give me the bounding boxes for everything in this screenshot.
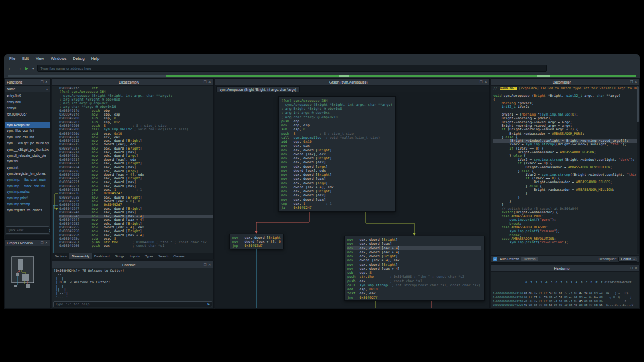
- close-icon[interactable]: ✕: [208, 80, 211, 84]
- tab-search[interactable]: Search: [156, 253, 171, 259]
- graph-node-line[interactable]: ; arg Bright *Bright @ ebp+0x8: [281, 107, 393, 111]
- graph-node-line[interactable]: add esp, 0x10: [281, 140, 393, 144]
- graph-node-line[interactable]: ja 0x8049247: [281, 206, 393, 210]
- seekbar-segment[interactable]: [339, 75, 349, 77]
- seekbar-segment[interactable]: [166, 75, 339, 77]
- disassembly-panel-header[interactable]: Disassembly ❐ ✕: [52, 79, 213, 86]
- hex-row[interactable]: 0x000000000804922045 08 8b 00 8b 55 0c 8…: [493, 303, 638, 307]
- graph-node-line[interactable]: mov dword [edx + 4], eax: [347, 258, 481, 262]
- close-icon[interactable]: ✕: [208, 262, 211, 267]
- function-item[interactable]: sym.dl_relocate_static_pie: [5, 152, 50, 158]
- graph-node-line[interactable]: push str.the ; 0x804a008 ; "the " ; cons…: [347, 275, 481, 279]
- hex-row[interactable]: 0x00000000080491f048 6b fe ff ff 5d 8d 6…: [493, 292, 638, 295]
- graph-node-line[interactable]: push eax ; const char *s1: [347, 279, 481, 283]
- decompiler-scrollbar[interactable]: [637, 86, 639, 254]
- disasm-line[interactable]: 0x08049266 push eax ; const char *s1: [59, 244, 213, 248]
- function-item[interactable]: entry0: [5, 105, 50, 111]
- graph-node-line[interactable]: mov eax, dword [eax]: [281, 177, 393, 181]
- graph-node-line[interactable]: mov eax, dword [Bright]: [281, 189, 393, 193]
- float-icon[interactable]: ❐: [41, 80, 44, 84]
- graph-node-line[interactable]: sub esp, 8: [281, 127, 393, 131]
- decompiler-line[interactable]: // WARNING: [r2ghidra] Failed to match t…: [493, 87, 639, 90]
- menu-windows[interactable]: Windows: [51, 56, 66, 61]
- scrollbar-thumb[interactable]: [637, 86, 639, 122]
- function-item[interactable]: sym._libc_csu_fini: [5, 128, 50, 134]
- graph-node-line[interactable]: jmp 0x80492d7: [232, 244, 281, 248]
- tab-classes[interactable]: Classes: [171, 253, 187, 259]
- functions-panel-header[interactable]: Functions ❐ ✕: [5, 79, 50, 86]
- graph-node-line[interactable]: mov eax, dword [Bright]: [281, 156, 393, 160]
- float-icon[interactable]: ❐: [480, 80, 483, 84]
- function-item[interactable]: sym._libc_csu_init: [5, 134, 50, 140]
- graph-node-line[interactable]: mov eax, dword [eax]: [281, 193, 393, 198]
- float-icon[interactable]: ❐: [204, 262, 207, 267]
- graph-node-line[interactable]: call sym.imp.malloc ; void *malloc(size_…: [281, 136, 393, 140]
- graph-node-line[interactable]: mov eax, dword [eax + 4]: [347, 267, 481, 271]
- function-item[interactable]: sym.deregister_tm_clones: [5, 171, 50, 177]
- graph-node-line[interactable]: add esp, 0x10: [347, 287, 481, 291]
- hex-row[interactable]: 0x0000000008049200f0 ff 71 fc 55 89 e5 5…: [493, 295, 638, 299]
- seekbar-segment[interactable]: [349, 75, 537, 77]
- graph-node-line[interactable]: sub esp, 8: [347, 271, 481, 275]
- graph-node-line[interactable]: call sym.imp.strcmp ; int strcmp(const c…: [347, 283, 481, 287]
- graph-node-line[interactable]: mov edx, dword [argc]: [281, 164, 393, 169]
- console-input[interactable]: [55, 302, 205, 306]
- menu-debug[interactable]: Debug: [73, 56, 85, 61]
- seekbar-segment[interactable]: [537, 75, 550, 77]
- close-icon[interactable]: ✕: [485, 80, 487, 84]
- menu-view[interactable]: View: [36, 56, 44, 61]
- graph-node-line[interactable]: mov eax, dword [eax]: [281, 198, 393, 202]
- console-panel-header[interactable]: Console ❐ ✕: [52, 261, 213, 268]
- tab-strings[interactable]: Strings: [112, 253, 127, 259]
- graph-node-line[interactable]: jne 0x804927f: [347, 295, 481, 300]
- function-item[interactable]: sym.imp.printf: [5, 195, 50, 201]
- decompiler-line[interactable]: int32_t iVar2;: [493, 105, 639, 109]
- graph-node-line[interactable]: mov eax, dword [Bright]: [347, 238, 481, 242]
- float-icon[interactable]: ❐: [630, 266, 633, 270]
- clear-filter-icon[interactable]: x: [49, 228, 51, 232]
- tab-disassembly[interactable]: Disassembly: [69, 253, 92, 259]
- function-item[interactable]: sym.imp.malloc: [5, 189, 50, 195]
- graph-node-line[interactable]: mov dword [eax], ecx: [281, 152, 393, 156]
- function-item[interactable]: sym.fini: [5, 158, 50, 164]
- graph-node-line[interactable]: (fcn) sym.Aeropause 364: [281, 98, 393, 103]
- graph-node-line[interactable]: ; arg int argc @ ebp+0xc: [281, 111, 393, 115]
- function-item[interactable]: sym.Aeropause: [5, 122, 50, 128]
- graph-node-strcmp[interactable]: mov eax, dword [Bright]mov eax, dword [e…: [344, 236, 485, 301]
- graph-canvas[interactable]: (fcn) sym.Aeropause 364 sym.Aeropause (B…: [215, 92, 489, 308]
- graph-node-line[interactable]: mov eax, dword [eax]: [347, 242, 481, 246]
- close-icon[interactable]: ✕: [635, 80, 637, 84]
- graph-node-line[interactable]: mov eax, dword [eax + 4]: [347, 246, 481, 250]
- menu-file[interactable]: File: [9, 56, 15, 61]
- decompiler-line[interactable]: }: [493, 200, 639, 203]
- flag-search-input[interactable]: [40, 67, 544, 70]
- graph-node-line[interactable]: mov eax, dword [eax]: [281, 160, 393, 164]
- graph-node-default[interactable]: mov eax, dword [Bright]mov dword [eax + …: [229, 234, 284, 249]
- graph-node-line[interactable]: mov eax, dword [eax + 4]: [347, 250, 481, 254]
- function-item[interactable]: sym.imp.__stack_chk_fail: [5, 183, 50, 189]
- graph-node-line[interactable]: mov edx, dword [Bright]: [347, 254, 481, 258]
- auto-refresh-checkbox[interactable]: ✓: [493, 257, 497, 261]
- graph-node-line[interactable]: cmp eax, 1 ; 1: [281, 202, 393, 206]
- close-icon[interactable]: ✕: [635, 266, 637, 270]
- function-item[interactable]: entry.fini0: [5, 93, 50, 99]
- graph-node-line[interactable]: mov ecx, eax: [281, 144, 393, 148]
- quick-filter-input[interactable]: [8, 228, 48, 232]
- forward-icon[interactable]: →: [17, 65, 22, 71]
- tab-types[interactable]: Types: [142, 253, 156, 259]
- decompiler-line[interactable]: void sym.Aeropause (Bright *Bright, uint…: [493, 94, 639, 98]
- seekbar-segment[interactable]: [8, 75, 166, 77]
- back-icon[interactable]: ←: [8, 65, 13, 71]
- graph-function-tab[interactable]: sym.Aeropause (Bright *Bright, int argc,…: [216, 86, 300, 92]
- hexdump-panel-header[interactable]: Hexdump ❐ ✕: [491, 265, 639, 272]
- hex-row[interactable]: 0x0000000008049210e8 cb fe ff ff 83 c4 1…: [493, 300, 638, 303]
- graph-node-line[interactable]: mov eax, dword [Bright]: [347, 262, 481, 267]
- functions-sort-combo[interactable]: Name ▾: [5, 86, 50, 92]
- menu-help[interactable]: Help: [91, 56, 99, 61]
- refresh-button[interactable]: Refresh: [521, 257, 538, 261]
- graph-node-line[interactable]: push ebp: [281, 119, 393, 123]
- graph-panel-header[interactable]: Graph (sym.Aeropause) ❐ ✕: [215, 79, 489, 86]
- tab-dashboard[interactable]: Dashboard: [92, 253, 112, 259]
- play-icon[interactable]: ▶: [25, 66, 28, 71]
- graph-node-line[interactable]: sym.Aeropause (Bright *Bright, int argc,…: [281, 103, 393, 107]
